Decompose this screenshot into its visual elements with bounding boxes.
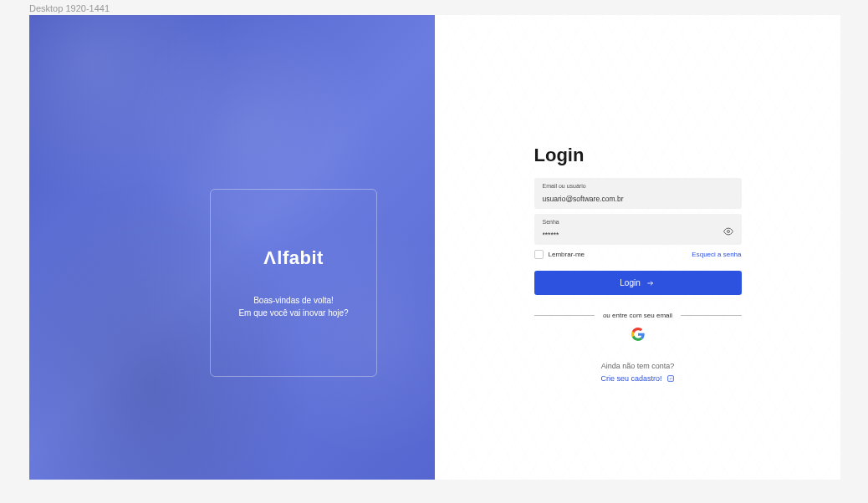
email-label: Email ou usuário [543, 183, 733, 189]
remember-group: Lembrar-me [534, 250, 585, 259]
page-title: Login [534, 145, 742, 166]
welcome-line-1: Boas-vindas de volta! [238, 294, 348, 307]
brand-name-text: lfabit [277, 247, 324, 268]
password-field-wrapper[interactable]: Senha [534, 214, 742, 245]
welcome-message: Boas-vindas de volta! Em que você vai in… [238, 294, 348, 319]
password-label: Senha [543, 219, 733, 225]
login-button-label: Login [620, 278, 640, 287]
logo-mark-icon: Λ [263, 247, 276, 269]
svg-point-0 [727, 230, 729, 232]
login-panel: Login Email ou usuário Senha Lem [435, 15, 840, 480]
email-field-wrapper[interactable]: Email ou usuário [534, 178, 742, 209]
email-input[interactable] [543, 195, 733, 203]
divider-line-right [681, 315, 741, 316]
app-container: Λlfabit Boas-vindas de volta! Em que voc… [29, 15, 840, 480]
toggle-password-icon[interactable] [723, 225, 733, 235]
brand-overlay: Λlfabit Boas-vindas de volta! Em que voc… [210, 189, 377, 377]
signup-link[interactable]: Crie seu cadastro! [600, 374, 661, 383]
remember-checkbox[interactable] [534, 250, 544, 259]
hero-panel: Λlfabit Boas-vindas de volta! Em que voc… [29, 15, 435, 480]
remember-label: Lembrar-me [549, 251, 585, 258]
forgot-password-link[interactable]: Esqueci a senha [692, 251, 741, 258]
divider-text: ou entre com seu email [603, 312, 672, 319]
google-icon [631, 328, 645, 341]
divider: ou entre com seu email [534, 312, 742, 319]
divider-line-left [534, 315, 595, 316]
google-login-button[interactable] [534, 328, 742, 341]
password-input[interactable] [543, 231, 733, 239]
no-account-text: Ainda não tem conta? [534, 362, 742, 370]
remember-row: Lembrar-me Esqueci a senha [534, 250, 742, 259]
welcome-line-2: Em que você vai inovar hoje? [238, 307, 348, 319]
arrow-right-icon [646, 279, 656, 287]
signup-row: Crie seu cadastro! [534, 374, 742, 383]
brand-logo: Λlfabit [263, 247, 324, 269]
login-form: Login Email ou usuário Senha Lem [534, 145, 742, 383]
login-button[interactable]: Login [534, 271, 742, 295]
frame-label: Desktop 1920-1441 [0, 0, 868, 15]
external-link-icon [666, 374, 675, 383]
